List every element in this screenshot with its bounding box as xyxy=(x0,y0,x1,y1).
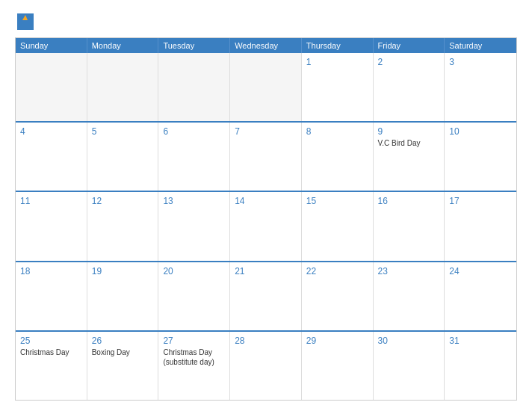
day-number: 9 xyxy=(378,126,440,137)
calendar-cell: 19 xyxy=(87,262,159,330)
day-number: 15 xyxy=(306,196,368,206)
calendar-cell: 3 xyxy=(445,53,516,121)
calendar-cell: 17 xyxy=(445,192,516,260)
calendar-cell: 21 xyxy=(230,262,302,330)
calendar-cell: 22 xyxy=(302,262,374,330)
calendar-page: SundayMondayTuesdayWednesdayThursdayFrid… xyxy=(0,0,532,411)
day-number: 21 xyxy=(235,266,297,276)
calendar-cell: 4 xyxy=(16,123,87,191)
week-row-2: 456789V.C Bird Day10 xyxy=(16,121,516,191)
weeks-container: 123456789V.C Bird Day1011121314151617181… xyxy=(16,53,516,400)
calendar-cell: 30 xyxy=(374,332,445,400)
calendar-cell: 28 xyxy=(230,332,302,400)
calendar-cell xyxy=(87,53,159,121)
header xyxy=(15,13,517,30)
day-number: 22 xyxy=(306,266,368,276)
logo-flag-icon xyxy=(17,13,34,30)
day-headers-row: SundayMondayTuesdayWednesdayThursdayFrid… xyxy=(16,38,516,53)
day-number: 25 xyxy=(20,336,82,346)
calendar-cell: 11 xyxy=(16,192,87,260)
calendar-cell: 8 xyxy=(302,123,374,191)
day-number: 11 xyxy=(20,196,82,206)
day-number: 28 xyxy=(235,336,297,346)
calendar-cell: 26Boxing Day xyxy=(87,332,159,400)
week-row-4: 18192021222324 xyxy=(16,261,516,330)
day-number: 29 xyxy=(306,336,368,346)
day-number: 17 xyxy=(449,196,512,206)
day-number: 2 xyxy=(378,57,440,67)
calendar-cell: 9V.C Bird Day xyxy=(374,123,445,191)
day-number: 4 xyxy=(20,126,82,137)
calendar-cell: 10 xyxy=(445,123,516,191)
calendar-cell xyxy=(16,53,87,121)
calendar-cell: 27Christmas Day (substitute day) xyxy=(158,332,230,400)
calendar-cell: 29 xyxy=(302,332,374,400)
day-header-wednesday: Wednesday xyxy=(230,38,302,53)
calendar-cell: 24 xyxy=(445,262,516,330)
calendar-cell: 2 xyxy=(374,53,445,121)
day-header-saturday: Saturday xyxy=(445,38,516,53)
calendar-cell: 31 xyxy=(445,332,516,400)
day-number: 19 xyxy=(92,266,154,276)
day-number: 24 xyxy=(449,266,512,276)
calendar-grid: SundayMondayTuesdayWednesdayThursdayFrid… xyxy=(15,37,517,401)
day-number: 10 xyxy=(449,126,512,137)
calendar-cell: 25Christmas Day xyxy=(16,332,87,400)
calendar-cell: 15 xyxy=(302,192,374,260)
day-number: 31 xyxy=(449,336,512,346)
svg-rect-1 xyxy=(17,22,34,30)
calendar-cell: 16 xyxy=(374,192,445,260)
calendar-cell: 5 xyxy=(87,123,159,191)
day-header-monday: Monday xyxy=(87,38,159,53)
calendar-cell: 12 xyxy=(87,192,159,260)
day-number: 27 xyxy=(163,336,225,346)
day-header-sunday: Sunday xyxy=(16,38,87,53)
day-number: 26 xyxy=(92,336,154,346)
day-number: 5 xyxy=(92,126,154,137)
calendar-cell: 1 xyxy=(302,53,374,121)
day-number: 7 xyxy=(235,126,297,137)
day-event: Christmas Day (substitute day) xyxy=(163,347,225,367)
day-number: 14 xyxy=(235,196,297,206)
calendar-cell: 13 xyxy=(158,192,230,260)
day-number: 1 xyxy=(306,57,368,67)
calendar-cell: 7 xyxy=(230,123,302,191)
week-row-1: 123 xyxy=(16,53,516,121)
day-number: 3 xyxy=(449,57,512,67)
day-number: 6 xyxy=(163,126,225,137)
day-header-tuesday: Tuesday xyxy=(158,38,230,53)
calendar-cell: 18 xyxy=(16,262,87,330)
day-number: 12 xyxy=(92,196,154,206)
day-number: 23 xyxy=(378,266,440,276)
day-number: 8 xyxy=(306,126,368,137)
day-number: 18 xyxy=(20,266,82,276)
day-event: V.C Bird Day xyxy=(378,138,440,148)
calendar-cell: 14 xyxy=(230,192,302,260)
day-header-friday: Friday xyxy=(374,38,445,53)
day-event: Christmas Day xyxy=(20,347,82,357)
day-number: 20 xyxy=(163,266,225,276)
day-header-thursday: Thursday xyxy=(302,38,374,53)
calendar-cell xyxy=(158,53,230,121)
logo xyxy=(15,13,34,30)
calendar-cell: 20 xyxy=(158,262,230,330)
day-number: 16 xyxy=(378,196,440,206)
calendar-cell: 6 xyxy=(158,123,230,191)
calendar-cell: 23 xyxy=(374,262,445,330)
week-row-5: 25Christmas Day26Boxing Day27Christmas D… xyxy=(16,330,516,400)
calendar-cell xyxy=(230,53,302,121)
week-row-3: 11121314151617 xyxy=(16,191,516,260)
day-number: 13 xyxy=(163,196,225,206)
day-event: Boxing Day xyxy=(92,347,154,357)
day-number: 30 xyxy=(378,336,440,346)
